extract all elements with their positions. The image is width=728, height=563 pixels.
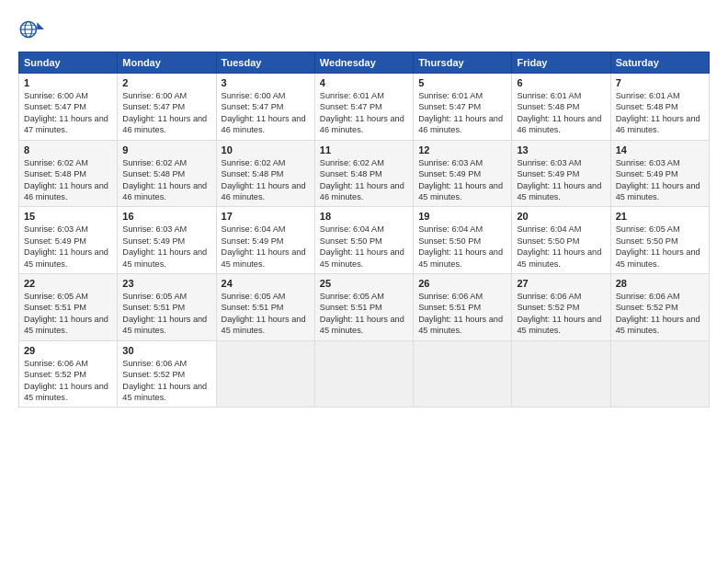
day-cell: 6 Sunrise: 6:01 AMSunset: 5:48 PMDayligh… xyxy=(512,74,610,141)
week-row-1: 1 Sunrise: 6:00 AMSunset: 5:47 PMDayligh… xyxy=(19,74,710,141)
day-number: 30 xyxy=(122,345,210,356)
day-number: 19 xyxy=(418,211,506,222)
day-cell: 14 Sunrise: 6:03 AMSunset: 5:49 PMDaylig… xyxy=(610,140,709,207)
day-cell: 24 Sunrise: 6:05 AMSunset: 5:51 PMDaylig… xyxy=(216,274,314,341)
day-cell: 22 Sunrise: 6:05 AMSunset: 5:51 PMDaylig… xyxy=(19,274,118,341)
day-info: Sunrise: 6:03 AMSunset: 5:49 PMDaylight:… xyxy=(24,224,108,268)
day-info: Sunrise: 6:03 AMSunset: 5:49 PMDaylight:… xyxy=(616,158,700,201)
day-cell: 11 Sunrise: 6:02 AMSunset: 5:48 PMDaylig… xyxy=(314,140,413,207)
day-cell: 12 Sunrise: 6:03 AMSunset: 5:49 PMDaylig… xyxy=(414,140,512,207)
day-cell: 8 Sunrise: 6:02 AMSunset: 5:48 PMDayligh… xyxy=(19,140,118,207)
day-number: 8 xyxy=(24,144,112,155)
day-number: 16 xyxy=(122,211,210,222)
day-info: Sunrise: 6:02 AMSunset: 5:48 PMDaylight:… xyxy=(24,158,108,201)
day-number: 24 xyxy=(222,278,310,289)
header-day-wednesday: Wednesday xyxy=(314,52,413,74)
day-number: 25 xyxy=(320,278,408,289)
day-info: Sunrise: 6:06 AMSunset: 5:52 PMDaylight:… xyxy=(616,292,700,335)
day-cell: 15 Sunrise: 6:03 AMSunset: 5:49 PMDaylig… xyxy=(19,207,118,274)
day-info: Sunrise: 6:03 AMSunset: 5:49 PMDaylight:… xyxy=(418,158,503,201)
calendar-table: SundayMondayTuesdayWednesdayThursdayFrid… xyxy=(18,52,710,408)
day-info: Sunrise: 6:00 AMSunset: 5:47 PMDaylight:… xyxy=(122,91,207,134)
day-info: Sunrise: 6:03 AMSunset: 5:49 PMDaylight:… xyxy=(122,224,207,268)
day-number: 11 xyxy=(320,144,408,155)
header-day-friday: Friday xyxy=(512,52,610,74)
calendar-body: 1 Sunrise: 6:00 AMSunset: 5:47 PMDayligh… xyxy=(19,74,710,408)
day-info: Sunrise: 6:01 AMSunset: 5:48 PMDaylight:… xyxy=(616,91,700,134)
day-number: 27 xyxy=(517,278,605,289)
week-row-4: 22 Sunrise: 6:05 AMSunset: 5:51 PMDaylig… xyxy=(19,274,710,341)
day-cell: 29 Sunrise: 6:06 AMSunset: 5:52 PMDaylig… xyxy=(19,340,118,408)
day-info: Sunrise: 6:02 AMSunset: 5:48 PMDaylight:… xyxy=(122,158,207,201)
day-number: 14 xyxy=(616,144,704,155)
day-cell: 4 Sunrise: 6:01 AMSunset: 5:47 PMDayligh… xyxy=(314,74,413,141)
day-info: Sunrise: 6:01 AMSunset: 5:47 PMDaylight:… xyxy=(320,91,404,134)
day-cell: 1 Sunrise: 6:00 AMSunset: 5:47 PMDayligh… xyxy=(19,74,118,141)
day-number: 20 xyxy=(517,211,605,222)
day-number: 4 xyxy=(320,77,408,88)
day-number: 18 xyxy=(320,211,408,222)
day-cell: 5 Sunrise: 6:01 AMSunset: 5:47 PMDayligh… xyxy=(414,74,512,141)
day-cell xyxy=(314,340,413,408)
header-day-monday: Monday xyxy=(118,52,216,74)
week-row-3: 15 Sunrise: 6:03 AMSunset: 5:49 PMDaylig… xyxy=(19,207,710,274)
day-cell: 27 Sunrise: 6:06 AMSunset: 5:52 PMDaylig… xyxy=(512,274,610,341)
day-info: Sunrise: 6:06 AMSunset: 5:52 PMDaylight:… xyxy=(122,359,207,402)
logo-icon xyxy=(18,17,44,42)
week-row-5: 29 Sunrise: 6:06 AMSunset: 5:52 PMDaylig… xyxy=(19,340,710,408)
day-cell: 9 Sunrise: 6:02 AMSunset: 5:48 PMDayligh… xyxy=(118,140,216,207)
day-number: 3 xyxy=(222,77,310,88)
day-number: 10 xyxy=(222,144,310,155)
day-cell: 7 Sunrise: 6:01 AMSunset: 5:48 PMDayligh… xyxy=(610,74,709,141)
day-cell: 18 Sunrise: 6:04 AMSunset: 5:50 PMDaylig… xyxy=(314,207,413,274)
day-cell: 20 Sunrise: 6:04 AMSunset: 5:50 PMDaylig… xyxy=(512,207,610,274)
day-cell xyxy=(512,340,610,408)
header xyxy=(18,17,710,42)
header-day-tuesday: Tuesday xyxy=(216,52,314,74)
day-info: Sunrise: 6:02 AMSunset: 5:48 PMDaylight:… xyxy=(320,158,404,201)
day-number: 29 xyxy=(24,345,112,356)
day-info: Sunrise: 6:00 AMSunset: 5:47 PMDaylight:… xyxy=(222,91,306,134)
day-cell xyxy=(610,340,709,408)
day-number: 5 xyxy=(418,77,506,88)
day-cell: 13 Sunrise: 6:03 AMSunset: 5:49 PMDaylig… xyxy=(512,140,610,207)
header-row: SundayMondayTuesdayWednesdayThursdayFrid… xyxy=(19,52,710,74)
day-cell: 2 Sunrise: 6:00 AMSunset: 5:47 PMDayligh… xyxy=(118,74,216,141)
day-number: 9 xyxy=(122,144,210,155)
day-cell: 3 Sunrise: 6:00 AMSunset: 5:47 PMDayligh… xyxy=(216,74,314,141)
day-cell: 17 Sunrise: 6:04 AMSunset: 5:49 PMDaylig… xyxy=(216,207,314,274)
day-number: 12 xyxy=(418,144,506,155)
day-cell: 28 Sunrise: 6:06 AMSunset: 5:52 PMDaylig… xyxy=(610,274,709,341)
day-info: Sunrise: 6:05 AMSunset: 5:51 PMDaylight:… xyxy=(222,292,306,335)
day-number: 13 xyxy=(517,144,605,155)
header-day-thursday: Thursday xyxy=(414,52,512,74)
header-day-saturday: Saturday xyxy=(610,52,709,74)
day-number: 2 xyxy=(122,77,210,88)
page: SundayMondayTuesdayWednesdayThursdayFrid… xyxy=(0,0,728,563)
day-info: Sunrise: 6:03 AMSunset: 5:49 PMDaylight:… xyxy=(517,158,601,201)
day-cell: 19 Sunrise: 6:04 AMSunset: 5:50 PMDaylig… xyxy=(414,207,512,274)
day-number: 22 xyxy=(24,278,112,289)
day-info: Sunrise: 6:04 AMSunset: 5:50 PMDaylight:… xyxy=(320,224,404,268)
day-info: Sunrise: 6:04 AMSunset: 5:49 PMDaylight:… xyxy=(222,224,306,268)
day-number: 17 xyxy=(222,211,310,222)
week-row-2: 8 Sunrise: 6:02 AMSunset: 5:48 PMDayligh… xyxy=(19,140,710,207)
calendar-header: SundayMondayTuesdayWednesdayThursdayFrid… xyxy=(19,52,710,74)
day-info: Sunrise: 6:06 AMSunset: 5:52 PMDaylight:… xyxy=(517,292,601,335)
day-cell: 16 Sunrise: 6:03 AMSunset: 5:49 PMDaylig… xyxy=(118,207,216,274)
day-number: 28 xyxy=(616,278,704,289)
day-number: 6 xyxy=(517,77,605,88)
day-number: 7 xyxy=(616,77,704,88)
header-day-sunday: Sunday xyxy=(19,52,118,74)
day-info: Sunrise: 6:00 AMSunset: 5:47 PMDaylight:… xyxy=(24,91,108,134)
day-number: 26 xyxy=(418,278,506,289)
day-info: Sunrise: 6:05 AMSunset: 5:50 PMDaylight:… xyxy=(616,224,700,268)
day-info: Sunrise: 6:04 AMSunset: 5:50 PMDaylight:… xyxy=(517,224,601,268)
day-info: Sunrise: 6:02 AMSunset: 5:48 PMDaylight:… xyxy=(222,158,306,201)
day-cell: 21 Sunrise: 6:05 AMSunset: 5:50 PMDaylig… xyxy=(610,207,709,274)
day-info: Sunrise: 6:05 AMSunset: 5:51 PMDaylight:… xyxy=(320,292,404,335)
day-info: Sunrise: 6:05 AMSunset: 5:51 PMDaylight:… xyxy=(122,292,207,335)
logo xyxy=(18,17,48,42)
day-cell xyxy=(414,340,512,408)
day-info: Sunrise: 6:01 AMSunset: 5:48 PMDaylight:… xyxy=(517,91,601,134)
